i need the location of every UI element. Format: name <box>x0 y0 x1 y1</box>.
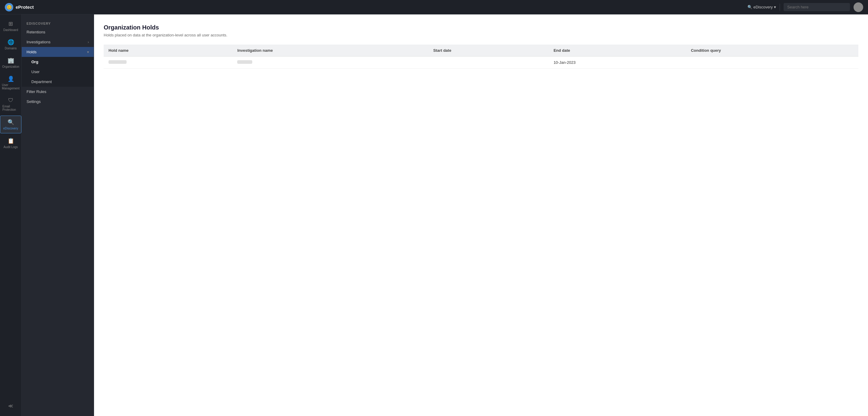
sidebar-item-holds[interactable]: Holds ▾ <box>22 47 94 57</box>
sidebar-item-audit-logs[interactable]: 📋 Audit Logs <box>0 135 22 152</box>
collapse-button[interactable]: ≪ <box>6 401 16 411</box>
search-input[interactable] <box>784 3 850 11</box>
col-end-date: End date <box>549 44 686 57</box>
secondary-sidebar: EDISCOVERY Retentions Investigations › H… <box>22 14 94 416</box>
cell-condition-query <box>686 57 858 69</box>
sidebar-item-ediscovery[interactable]: 🔍 eDiscovery <box>0 115 22 133</box>
department-label: Department <box>31 79 52 84</box>
col-condition-query: Condition query <box>686 44 858 57</box>
email-protection-icon: 🛡 <box>8 97 13 104</box>
table-body: 10-Jan-2023 <box>104 57 858 69</box>
sidebar-item-email-protection[interactable]: 🛡 Email Protection <box>0 94 22 114</box>
chevron-down-icon: ▾ <box>774 5 776 9</box>
topnav-left: 😊 eProtect <box>5 3 34 11</box>
holds-label: Holds <box>27 50 36 54</box>
search-icon: 🔍 <box>747 5 752 9</box>
icon-nav: ⊞ Dashboard 🌐 Domains 🏢 Organization 👤 U… <box>0 14 22 416</box>
logo-emoji: 😊 <box>7 5 12 10</box>
ediscovery-icon: 🔍 <box>7 119 14 126</box>
organization-icon: 🏢 <box>7 57 14 64</box>
topnav: 😊 eProtect 🔍 eDiscovery ▾ <box>0 0 868 14</box>
hold-name-placeholder <box>108 60 127 64</box>
sidebar-item-label: Audit Logs <box>4 145 18 149</box>
sidebar-item-settings[interactable]: Settings <box>22 97 94 107</box>
page-subtitle: Holds placed on data at the organization… <box>104 33 858 37</box>
chevron-down-icon: ▾ <box>87 50 89 54</box>
sidebar-item-dashboard[interactable]: ⊞ Dashboard <box>0 18 22 35</box>
sidebar-item-retentions[interactable]: Retentions <box>22 27 94 37</box>
app-logo: 😊 <box>5 3 13 11</box>
sidebar-item-organization[interactable]: 🏢 Organization <box>0 54 22 71</box>
sidebar-item-label: Organization <box>2 65 19 68</box>
sidebar-subitem-user[interactable]: User <box>22 67 94 77</box>
domains-icon: 🌐 <box>7 39 14 45</box>
sidebar-item-label: Dashboard <box>3 28 18 32</box>
holds-table: Hold name Investigation name Start date … <box>104 44 858 69</box>
section-label: EDISCOVERY <box>22 19 94 27</box>
sidebar-item-label: User Management <box>2 83 19 90</box>
sidebar-item-investigations[interactable]: Investigations › <box>22 37 94 47</box>
investigations-label: Investigations <box>27 40 51 44</box>
user-management-icon: 👤 <box>7 75 14 82</box>
sidebar-item-label: Domains <box>5 47 17 50</box>
app-title: eProtect <box>16 4 34 10</box>
dashboard-icon: ⊞ <box>8 21 13 27</box>
col-start-date: Start date <box>428 44 549 57</box>
holds-submenu: Org User Department <box>22 57 94 87</box>
avatar[interactable] <box>854 2 863 12</box>
chevron-right-icon: › <box>88 40 89 44</box>
nav-separator <box>780 4 780 11</box>
retentions-label: Retentions <box>27 30 45 34</box>
cell-hold-name <box>104 57 232 69</box>
sidebar-subitem-department[interactable]: Department <box>22 77 94 87</box>
main-content: Organization Holds Holds placed on data … <box>94 14 868 416</box>
cell-start-date <box>428 57 549 69</box>
investigation-name-placeholder <box>237 60 252 64</box>
sidebar-item-user-management[interactable]: 👤 User Management <box>0 73 22 93</box>
user-label: User <box>31 70 39 74</box>
sidebar-item-label: Email Protection <box>2 105 19 111</box>
sidebar-item-label: eDiscovery <box>3 127 18 130</box>
table-header-row: Hold name Investigation name Start date … <box>104 44 858 57</box>
cell-investigation-name <box>232 57 428 69</box>
org-label: Org <box>31 60 38 64</box>
context-selector[interactable]: 🔍 eDiscovery ▾ <box>747 5 776 9</box>
topnav-right: 🔍 eDiscovery ▾ <box>747 2 863 12</box>
sidebar-item-domains[interactable]: 🌐 Domains <box>0 36 22 53</box>
col-investigation-name: Investigation name <box>232 44 428 57</box>
cell-end-date: 10-Jan-2023 <box>549 57 686 69</box>
page-title: Organization Holds <box>104 24 858 31</box>
audit-logs-icon: 📋 <box>7 138 14 144</box>
table-header: Hold name Investigation name Start date … <box>104 44 858 57</box>
icon-nav-bottom: ≪ <box>6 401 16 416</box>
context-selector-label: eDiscovery <box>753 5 773 9</box>
app-body: ⊞ Dashboard 🌐 Domains 🏢 Organization 👤 U… <box>0 14 868 416</box>
table-row[interactable]: 10-Jan-2023 <box>104 57 858 69</box>
filter-rules-label: Filter Rules <box>27 90 46 94</box>
settings-label: Settings <box>27 99 41 104</box>
col-hold-name: Hold name <box>104 44 232 57</box>
sidebar-item-filter-rules[interactable]: Filter Rules <box>22 87 94 97</box>
sidebar-subitem-org[interactable]: Org <box>22 57 94 67</box>
